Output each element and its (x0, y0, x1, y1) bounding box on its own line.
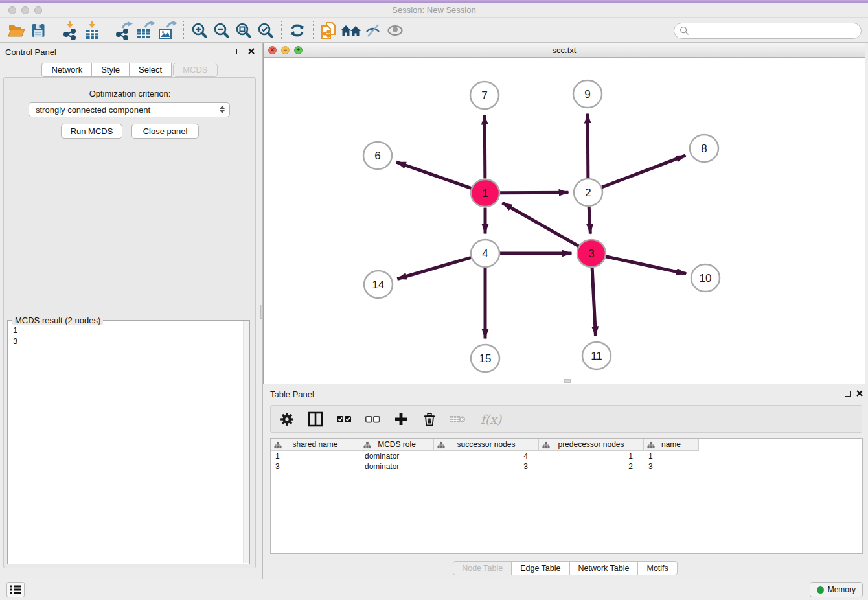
table-cell[interactable]: 1 (539, 451, 644, 461)
table-cell[interactable]: 1 (644, 451, 699, 461)
canvas-resize-grip[interactable] (564, 379, 571, 383)
tab-edge-table[interactable]: Edge Table (511, 561, 569, 575)
network-overview-button[interactable] (340, 20, 362, 41)
column-header-MCDS-role[interactable]: MCDS role (360, 439, 434, 451)
add-row-button[interactable] (391, 410, 411, 429)
network-canvas[interactable]: 1234678910111415 (264, 58, 865, 384)
column-header-name[interactable]: name (644, 439, 699, 451)
network-window: ✕ − + scc.txt 1234678910111415 (263, 43, 865, 384)
import-network-button[interactable] (59, 20, 81, 41)
float-panel-icon[interactable] (236, 49, 242, 54)
mcds-result-text[interactable]: 1 3 (8, 321, 242, 564)
edge-4-14[interactable] (397, 257, 471, 279)
mcds-result-scrollbar[interactable] (243, 321, 249, 563)
close-panel-icon[interactable] (248, 48, 255, 54)
column-header-predecessor-nodes[interactable]: predecessor nodes (539, 439, 644, 451)
node-10[interactable]: 10 (691, 264, 720, 292)
node-15[interactable]: 15 (471, 345, 499, 372)
edge-3-11[interactable] (592, 268, 595, 336)
node-6[interactable]: 6 (363, 142, 392, 169)
node-2[interactable]: 2 (574, 179, 602, 206)
toolbar-separator (108, 21, 108, 40)
column-header-shared-name[interactable]: shared name (271, 439, 360, 451)
zoom-in-button[interactable] (188, 20, 211, 41)
tab-mcds[interactable]: MCDS (173, 63, 217, 77)
table-settings-button[interactable] (277, 410, 297, 429)
tab-motifs[interactable]: Motifs (637, 561, 677, 575)
zoom-fit-button[interactable] (233, 20, 255, 41)
edge-3-1[interactable] (503, 203, 579, 246)
divider-handle-icon[interactable] (260, 305, 262, 319)
plus-icon (394, 412, 408, 426)
table-cell[interactable]: 1 (271, 451, 360, 461)
table-tabs: Node TableEdge TableNetwork TableMotifs (263, 561, 868, 575)
tab-style[interactable]: Style (91, 63, 130, 77)
network-window-titlebar[interactable]: ✕ − + scc.txt (264, 43, 865, 58)
node-8[interactable]: 8 (690, 135, 718, 162)
float-table-panel-icon[interactable] (845, 391, 851, 397)
node-7[interactable]: 7 (470, 82, 499, 109)
tab-network[interactable]: Network (41, 63, 92, 77)
edge-2-8[interactable] (602, 156, 685, 187)
hierarchy-icon (274, 441, 282, 449)
delete-row-button[interactable] (420, 410, 439, 429)
table-cell[interactable]: 2 (539, 461, 644, 472)
export-table-button[interactable] (135, 20, 157, 41)
node-1[interactable]: 1 (471, 179, 499, 207)
select-all-button[interactable] (334, 410, 354, 429)
table-panel: Table Panel (263, 386, 868, 579)
table-cell[interactable]: dominator (360, 461, 434, 472)
table-cell[interactable]: 3 (271, 461, 360, 472)
table-row[interactable]: 3dominator323 (271, 461, 862, 472)
show-panel-button[interactable] (384, 20, 406, 41)
node-9[interactable]: 9 (573, 80, 602, 108)
control-panel-tabs: NetworkStyleSelectMCDS (0, 63, 260, 77)
edge-1-2[interactable] (499, 192, 568, 193)
export-image-button[interactable] (157, 20, 179, 41)
import-table-button[interactable] (81, 20, 103, 41)
node-14[interactable]: 14 (364, 271, 393, 298)
save-session-button[interactable] (27, 20, 49, 41)
close-table-panel-icon[interactable] (856, 390, 863, 397)
column-header-successor-nodes[interactable]: successor nodes (434, 439, 539, 451)
node-11[interactable]: 11 (582, 342, 611, 369)
criterion-dropdown[interactable]: strongly connected component (29, 102, 230, 117)
node-table[interactable]: shared nameMCDS rolesuccessor nodesprede… (270, 438, 863, 554)
refresh-button[interactable] (286, 20, 308, 41)
export-network-button[interactable] (113, 20, 135, 41)
zoom-out-button[interactable] (211, 20, 233, 41)
node-3[interactable]: 3 (577, 240, 606, 267)
close-panel-button[interactable]: Close panel (131, 124, 199, 139)
network-window-title: scc.txt (264, 45, 865, 55)
memory-label: Memory (828, 585, 856, 594)
run-mcds-button[interactable]: Run MCDS (61, 124, 122, 139)
open-file-button[interactable] (5, 20, 27, 41)
dropdown-stepper-icon (220, 106, 225, 113)
duplicate-network-icon (320, 21, 338, 40)
edge-1-7[interactable] (485, 115, 485, 178)
unselect-all-button[interactable] (363, 410, 382, 429)
main-toolbar (0, 19, 868, 43)
show-columns-button[interactable] (306, 410, 325, 429)
hide-panel-button[interactable] (362, 20, 384, 41)
zoom-selected-button[interactable] (255, 20, 277, 41)
table-row[interactable]: 1dominator411 (271, 451, 862, 461)
table-cell[interactable]: 4 (434, 451, 539, 461)
tab-network-table[interactable]: Network Table (569, 561, 639, 575)
task-history-button[interactable] (6, 582, 25, 597)
homes-icon (340, 23, 362, 38)
memory-button[interactable]: Memory (810, 582, 863, 597)
duplicate-network-button[interactable] (318, 20, 340, 41)
edge-3-10[interactable] (606, 257, 686, 274)
eye-slash-icon (365, 23, 381, 38)
tab-node-table[interactable]: Node Table (453, 561, 512, 575)
table-cell[interactable]: 3 (644, 461, 699, 472)
node-4[interactable]: 4 (471, 240, 499, 267)
search-input[interactable] (692, 26, 856, 36)
tab-select[interactable]: Select (129, 63, 172, 77)
edge-2-9[interactable] (588, 113, 588, 178)
edge-1-6[interactable] (396, 162, 472, 189)
table-cell[interactable]: dominator (360, 451, 434, 461)
table-cell[interactable]: 3 (434, 461, 539, 472)
edge-2-3[interactable] (589, 207, 590, 233)
